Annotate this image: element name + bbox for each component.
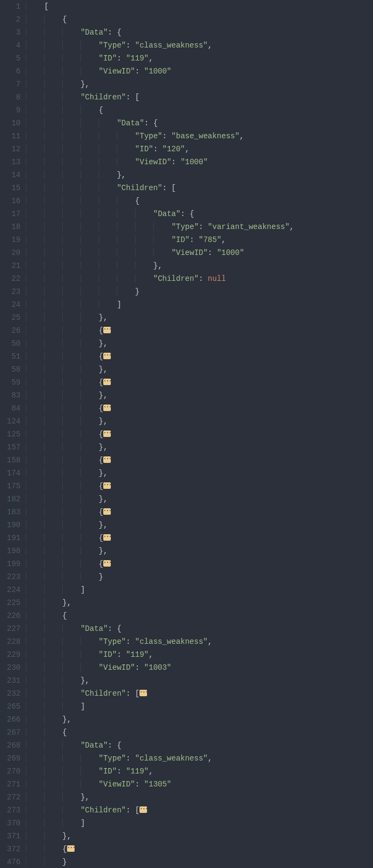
code-line[interactable]: ▏ ▏ ▏ },	[26, 78, 373, 91]
code-line[interactable]: ▏ ▏ ▏ ▏ {···	[26, 376, 373, 389]
code-line[interactable]: ▏ ▏ ▏ ▏ ▏ ▏ "ID": "120",	[26, 143, 373, 156]
fold-marker-icon[interactable]: ···	[67, 845, 75, 852]
code-line[interactable]: ▏ ▏ ▏ "Data": {	[26, 739, 373, 752]
code-line[interactable]: ▏ ▏ ▏ ]	[26, 817, 373, 830]
code-line[interactable]: ▏ ▏ ▏ ▏ },	[26, 337, 373, 350]
code-line[interactable]: ▏ ▏ }	[26, 856, 373, 868]
code-line[interactable]: ▏ ▏ ▏ ▏ ▏ ]	[26, 298, 373, 311]
line-number: 175	[0, 480, 21, 493]
code-line[interactable]: ▏ ▏ ▏ ▏ {···	[26, 454, 373, 467]
line-number: 9	[0, 104, 21, 117]
code-line[interactable]: ▏ ▏ },	[26, 830, 373, 843]
code-line[interactable]: ▏ ▏ ▏ ▏ ▏ "Children": [	[26, 181, 373, 194]
line-number-gutter: 1234567891011121314151617181920212223242…	[0, 0, 26, 868]
code-line[interactable]: ▏ ▏ ▏ ▏ ▏ ▏ ▏ ▏ "ID": "785",	[26, 233, 373, 246]
fold-marker-icon[interactable]: ···	[103, 482, 111, 489]
line-number: 124	[0, 415, 21, 428]
fold-marker-icon[interactable]: ···	[139, 806, 147, 813]
code-line[interactable]: ▏ ▏ ▏ ▏ ▏ ▏ }	[26, 285, 373, 298]
code-line[interactable]: ▏ ▏ ▏ ▏ {···	[26, 428, 373, 441]
code-line[interactable]: ▏ ▏ ▏ ]	[26, 700, 373, 713]
fold-marker-icon[interactable]: ···	[103, 456, 111, 463]
code-line[interactable]: ▏ ▏ ▏ "Children": [···	[26, 687, 373, 700]
code-line[interactable]: ▏ ▏ ▏ ▏ },	[26, 519, 373, 531]
code-line[interactable]: ▏ ▏ ▏ ▏ "ViewID": "1000"	[26, 65, 373, 78]
code-line[interactable]: ▏ ▏ ▏ ▏ {···	[26, 531, 373, 544]
code-line[interactable]: ▏ ▏ ▏ ▏ ▏ ▏ ▏ ▏ "Type": "variant_weaknes…	[26, 220, 373, 233]
code-editor: 1234567891011121314151617181920212223242…	[0, 0, 373, 868]
code-line[interactable]: ▏ ▏ ▏ ▏ },	[26, 363, 373, 376]
code-line[interactable]: ▏ ▏ ▏ ▏ ▏ ▏ {	[26, 194, 373, 207]
code-line[interactable]: ▏ ▏ ▏ },	[26, 674, 373, 687]
fold-marker-icon[interactable]: ···	[103, 508, 111, 515]
line-number: 190	[0, 519, 21, 531]
line-number: 371	[0, 830, 21, 843]
code-line[interactable]: ▏ ▏ ▏ ▏ },	[26, 389, 373, 402]
line-number: 476	[0, 856, 21, 868]
line-number: 198	[0, 544, 21, 557]
code-line[interactable]: ▏ ▏ ▏ ▏ "ID": "119",	[26, 52, 373, 65]
code-line[interactable]: ▏ ▏ ▏ ▏ },	[26, 415, 373, 428]
fold-marker-icon[interactable]: ···	[103, 430, 111, 437]
code-line[interactable]: ▏ ▏ {	[26, 726, 373, 739]
code-line[interactable]: ▏ ▏ },	[26, 713, 373, 726]
code-line[interactable]: ▏ ▏ ▏ ▏ {···	[26, 506, 373, 519]
code-line[interactable]: ▏ ▏ ▏ ▏ ▏ "Data": {	[26, 117, 373, 130]
code-line[interactable]: ▏ ▏ ▏ },	[26, 791, 373, 804]
code-area[interactable]: REEBUF ▏ [▏ ▏ {▏ ▏ ▏ "Data": {▏ ▏ ▏ ▏ "T…	[26, 0, 373, 868]
code-line[interactable]: ▏ ▏ ▏ ▏ {···	[26, 350, 373, 363]
code-line[interactable]: ▏ ▏ ▏ "Children": [	[26, 91, 373, 104]
fold-marker-icon[interactable]: ···	[103, 353, 111, 359]
code-line[interactable]: ▏ [	[26, 0, 373, 13]
line-number: 182	[0, 493, 21, 506]
line-number: 269	[0, 752, 21, 765]
code-line[interactable]: ▏ ▏ ▏ ▏ },	[26, 441, 373, 454]
code-line[interactable]: ▏ ▏ ▏ ▏ ▏ ▏ "Type": "base_weakness",	[26, 130, 373, 143]
code-line[interactable]: ▏ ▏ ▏ ▏ "ViewID": "1305"	[26, 778, 373, 791]
code-line[interactable]: ▏ ▏ ▏ ▏ "Type": "class_weakness",	[26, 39, 373, 52]
fold-marker-icon[interactable]: ···	[103, 560, 111, 567]
code-line[interactable]: ▏ ▏ ▏ ▏ "Type": "class_weakness",	[26, 635, 373, 648]
line-number: 3	[0, 26, 21, 39]
line-number: 272	[0, 791, 21, 804]
line-number: 12	[0, 143, 21, 156]
code-line[interactable]: ▏ ▏ ▏ ▏ },	[26, 311, 373, 324]
code-line[interactable]: ▏ ▏ ▏ ▏ ▏ },	[26, 169, 373, 181]
code-line[interactable]: ▏ ▏ ▏ "Children": [···	[26, 804, 373, 817]
code-line[interactable]: ▏ ▏ ▏ "Data": {	[26, 26, 373, 39]
code-line[interactable]: ▏ ▏ ▏ ▏ "ViewID": "1003"	[26, 661, 373, 674]
code-line[interactable]: ▏ ▏ ▏ ▏ "ID": "119",	[26, 648, 373, 661]
code-line[interactable]: ▏ ▏ {···	[26, 843, 373, 856]
code-line[interactable]: ▏ ▏ ▏ "Data": {	[26, 622, 373, 635]
fold-marker-icon[interactable]: ···	[103, 327, 111, 333]
code-line[interactable]: ▏ ▏ ▏ ▏ ▏ ▏ "ViewID": "1000"	[26, 156, 373, 169]
code-line[interactable]: ▏ ▏ ▏ ▏ {···	[26, 402, 373, 415]
line-number: 51	[0, 350, 21, 363]
code-line[interactable]: ▏ ▏ ▏ ▏ ▏ ▏ ▏ ▏ "ViewID": "1000"	[26, 246, 373, 259]
code-line[interactable]: ▏ ▏ ▏ ▏ ▏ ▏ ▏ },	[26, 259, 373, 272]
code-line[interactable]: ▏ ▏ ▏ ▏ },	[26, 544, 373, 557]
line-number: 18	[0, 220, 21, 233]
code-line[interactable]: ▏ ▏ ▏ ▏ {···	[26, 324, 373, 337]
code-line[interactable]: ▏ ▏ ▏ ▏ ▏ ▏ ▏ "Children": null	[26, 272, 373, 285]
line-number: 270	[0, 765, 21, 778]
code-line[interactable]: ▏ ▏ ▏ ▏ }	[26, 570, 373, 583]
fold-marker-icon[interactable]: ···	[139, 690, 147, 696]
line-number: 11	[0, 130, 21, 143]
code-line[interactable]: ▏ ▏ ▏ ▏ "Type": "class_weakness",	[26, 752, 373, 765]
code-line[interactable]: ▏ ▏ ▏ ▏ },	[26, 493, 373, 506]
fold-marker-icon[interactable]: ···	[103, 379, 111, 385]
code-line[interactable]: ▏ ▏ ▏ ▏ {···	[26, 480, 373, 493]
fold-marker-icon[interactable]: ···	[103, 534, 111, 541]
fold-marker-icon[interactable]: ···	[103, 405, 111, 411]
code-line[interactable]: ▏ ▏ ▏ ▏ },	[26, 467, 373, 480]
code-line[interactable]: ▏ ▏ ▏ ▏ {	[26, 104, 373, 117]
code-line[interactable]: ▏ ▏ ▏ ]	[26, 583, 373, 596]
line-number: 158	[0, 454, 21, 467]
code-line[interactable]: ▏ ▏ ▏ ▏ {···	[26, 557, 373, 570]
code-line[interactable]: ▏ ▏ ▏ ▏ ▏ ▏ ▏ "Data": {	[26, 207, 373, 220]
code-line[interactable]: ▏ ▏ },	[26, 596, 373, 609]
code-line[interactable]: ▏ ▏ {	[26, 609, 373, 622]
code-line[interactable]: ▏ ▏ {	[26, 13, 373, 26]
code-line[interactable]: ▏ ▏ ▏ ▏ "ID": "119",	[26, 765, 373, 778]
